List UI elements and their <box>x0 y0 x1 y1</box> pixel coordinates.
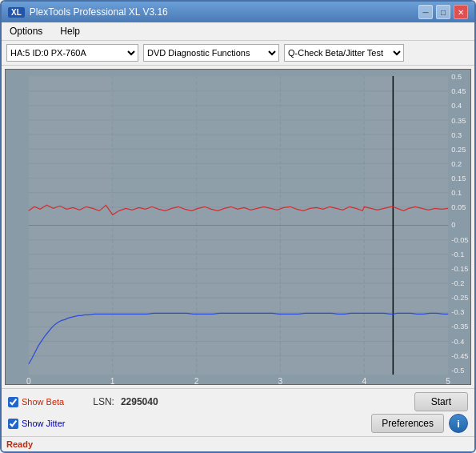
bottom-bar: Show Beta LSN: 2295040 Start Show Jitter… <box>2 388 474 436</box>
svg-text:3: 3 <box>278 377 283 384</box>
maximize-button[interactable]: □ <box>436 5 450 19</box>
options-menu[interactable]: Options <box>5 24 47 38</box>
svg-text:1: 1 <box>110 377 115 384</box>
svg-text:5: 5 <box>446 377 450 384</box>
svg-text:-0.5: -0.5 <box>451 367 464 375</box>
bottom-row2: Show Jitter Preferences i <box>8 414 468 433</box>
app-logo: XL <box>8 7 25 18</box>
svg-text:-0.4: -0.4 <box>451 338 464 346</box>
preferences-button[interactable]: Preferences <box>371 414 444 433</box>
svg-text:0: 0 <box>451 222 455 230</box>
status-text: Ready <box>6 439 33 449</box>
svg-text:2: 2 <box>194 377 199 384</box>
function-select[interactable]: DVD Diagnostic Functions <box>143 44 279 62</box>
show-beta-checkbox-label[interactable]: Show Beta <box>8 397 64 407</box>
svg-text:0.45: 0.45 <box>451 87 466 95</box>
svg-text:-0.05: -0.05 <box>451 236 468 244</box>
show-beta-checkbox[interactable] <box>8 397 18 407</box>
svg-text:0.15: 0.15 <box>451 174 466 182</box>
svg-text:-0.1: -0.1 <box>451 251 464 259</box>
svg-text:-0.3: -0.3 <box>451 308 464 316</box>
lsn-value: 2295040 <box>121 396 158 407</box>
svg-text:0.2: 0.2 <box>451 160 462 168</box>
svg-text:-0.25: -0.25 <box>451 294 468 302</box>
status-bar: Ready <box>2 436 474 451</box>
show-jitter-label: Show Jitter <box>22 419 65 428</box>
help-menu[interactable]: Help <box>55 24 85 38</box>
toolbar: HA:5 ID:0 PX-760A DVD Diagnostic Functio… <box>2 41 474 66</box>
minimize-button[interactable]: ─ <box>418 5 433 19</box>
title-bar-controls: ─ □ ✕ <box>418 5 468 19</box>
test-select[interactable]: Q-Check Beta/Jitter Test <box>284 44 404 62</box>
show-jitter-checkbox-label[interactable]: Show Jitter <box>8 419 65 429</box>
svg-text:0.3: 0.3 <box>451 131 462 139</box>
svg-text:0.1: 0.1 <box>451 189 462 197</box>
svg-text:-0.15: -0.15 <box>451 265 468 273</box>
title-bar-left: XL PlexTools Professional XL V3.16 <box>8 6 168 18</box>
svg-text:0.4: 0.4 <box>451 102 462 110</box>
main-window: XL PlexTools Professional XL V3.16 ─ □ ✕… <box>0 0 476 453</box>
svg-text:-0.45: -0.45 <box>451 352 468 360</box>
menu-bar: Options Help <box>2 22 474 41</box>
svg-text:0.5: 0.5 <box>451 73 462 81</box>
svg-text:0.35: 0.35 <box>451 117 466 125</box>
bottom-actions: Preferences i <box>371 414 468 433</box>
lsn-label: LSN: <box>93 396 114 407</box>
info-button[interactable]: i <box>449 414 468 433</box>
show-beta-label: Show Beta <box>22 397 64 407</box>
chart-svg: 0.5 0.45 0.4 0.35 0.3 0.25 0.2 0.15 0.1 … <box>6 70 470 384</box>
svg-text:0.25: 0.25 <box>451 146 466 154</box>
bottom-row1: Show Beta LSN: 2295040 Start <box>8 392 468 411</box>
svg-text:-0.2: -0.2 <box>451 279 464 287</box>
drive-select[interactable]: HA:5 ID:0 PX-760A <box>6 44 138 62</box>
app-title: PlexTools Professional XL V3.16 <box>30 6 168 18</box>
show-jitter-checkbox[interactable] <box>8 419 18 429</box>
lsn-section: LSN: 2295040 <box>93 396 158 407</box>
chart-area: High Low <box>5 69 471 385</box>
start-button[interactable]: Start <box>414 392 468 411</box>
svg-text:0: 0 <box>26 377 31 384</box>
close-button[interactable]: ✕ <box>454 5 468 19</box>
svg-text:-0.35: -0.35 <box>451 323 468 331</box>
svg-text:0.05: 0.05 <box>451 203 466 211</box>
svg-text:4: 4 <box>362 377 366 384</box>
title-bar: XL PlexTools Professional XL V3.16 ─ □ ✕ <box>2 2 474 22</box>
